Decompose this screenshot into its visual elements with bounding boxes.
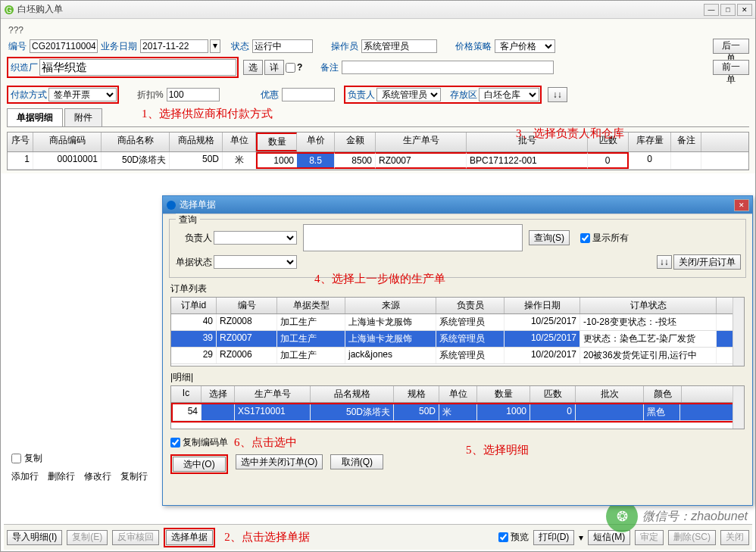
q-label: ? <box>297 62 302 73</box>
d-col-czrq: 操作日期 <box>505 298 580 313</box>
d-djzt-label: 单据状态 <box>174 256 212 269</box>
cfq-select[interactable]: 白坯仓库 <box>479 88 539 101</box>
table-row[interactable]: 1 00010001 50D涤塔夫 50D 米 1000 8.5 8500 RZ… <box>8 152 748 170</box>
dialog-titlebar: 选择单据 ✕ <box>163 196 752 214</box>
fz-button: 复制(E) <box>67 530 108 545</box>
d-query-input[interactable] <box>303 224 523 251</box>
dy-dropdown-icon[interactable]: ▾ <box>579 532 583 543</box>
detail-grid: 序号 商品编码 商品名称 商品规格 单位 数量 单价 金额 生产单号 批号 匹数… <box>7 132 749 170</box>
zk-input[interactable] <box>167 88 220 101</box>
d-cx-button[interactable]: 查询(S) <box>529 230 570 245</box>
col-xh: 序号 <box>8 133 33 151</box>
col-bz: 备注 <box>671 133 701 151</box>
dy-button[interactable]: 打印(D) <box>533 530 575 545</box>
d-fzr-select[interactable] <box>214 231 297 245</box>
jgcl-select[interactable]: 客户价格 <box>495 39 555 53</box>
dc-pmgg: 品名规格 <box>311 386 394 402</box>
xuan-button[interactable]: 选 <box>243 60 263 75</box>
fzr-select[interactable]: 系统管理员 <box>376 88 441 101</box>
zzc-label: 织造厂 <box>9 61 39 74</box>
minimize-button[interactable]: — <box>704 4 719 16</box>
yl-checkbox[interactable] <box>498 532 508 542</box>
bz-input[interactable] <box>342 61 554 74</box>
query-fieldset: 查询 负责人 查询(S) 显示所有 单据状态 ↓↓ 关闭/开启订单 <box>169 219 746 278</box>
fz-checkbox[interactable] <box>11 454 21 463</box>
detail-row-selected[interactable]: 54 XS1710001 50D涤塔夫 50D 米 1000 0 黑色 <box>173 404 742 421</box>
sch-link[interactable]: 删除行 <box>48 470 75 483</box>
col-sl: 数量 <box>256 133 297 151</box>
col-ps: 匹数 <box>588 133 629 151</box>
bh-input[interactable] <box>30 39 98 53</box>
col-ph: 批号 <box>467 133 588 151</box>
maximize-button[interactable]: □ <box>720 4 736 16</box>
main-titlebar: G 白坯购入单 — □ ✕ <box>1 1 755 19</box>
detail-grid2: Ic 选择 生产单号 品名规格 规格 单位 数量 匹数 批次 颜色 54 XS1… <box>170 385 745 429</box>
date-dropdown-icon[interactable]: ▾ <box>210 39 220 53</box>
ywrq-label: 业务日期 <box>99 40 139 53</box>
zt-input[interactable] <box>252 39 313 53</box>
d-col-djlx: 单据类型 <box>277 298 345 313</box>
d-showall-label: 显示所有 <box>592 232 629 245</box>
order-row[interactable]: 29 RZ0006 加工生产 jack&jones 系统管理员 10/20/20… <box>171 348 744 364</box>
ywrq-input[interactable] <box>140 39 208 53</box>
copy-code-label: 复制编码单 <box>183 436 228 449</box>
zzc-input[interactable] <box>39 59 236 76</box>
tab-fj[interactable]: 附件 <box>64 108 102 126</box>
dc-xz: 选择 <box>201 386 235 402</box>
d-closeopen-button[interactable]: 关闭/开启订单 <box>673 254 741 270</box>
fz-label: 复制 <box>24 452 42 465</box>
jgcl-label: 价格策略 <box>454 40 493 53</box>
fzr-label: 负责人 <box>346 89 376 101</box>
d-djzt-select[interactable] <box>214 255 297 269</box>
dc-ic: Ic <box>171 386 201 402</box>
col-spmc: 商品名称 <box>102 133 170 151</box>
zk-label: 折扣% <box>136 89 165 101</box>
dialog-close-button[interactable]: ✕ <box>734 199 749 211</box>
col-je: 金额 <box>335 133 376 151</box>
order-row-selected[interactable]: 39 RZ0007 加工生产 上海迪卡龙服饰 系统管理员 10/25/2017 … <box>171 331 744 348</box>
d-arrows-button[interactable]: ↓↓ <box>657 255 672 269</box>
czy-input[interactable] <box>361 39 437 53</box>
d-col-ddid: 订单id <box>171 298 217 313</box>
xzdj-button[interactable]: 选择单据 <box>166 530 213 545</box>
dc-gg: 规格 <box>394 386 439 402</box>
close-button[interactable]: ✕ <box>737 4 752 16</box>
dc-dw: 单位 <box>439 386 477 402</box>
tjh-link[interactable]: 添加行 <box>11 470 39 483</box>
d-showall-checkbox[interactable] <box>580 233 590 243</box>
dialog-icon <box>166 200 177 211</box>
order-grid: 订单id 编号 单据类型 来源 负责员 操作日期 订单状态 40 RZ0008 … <box>170 297 745 366</box>
bz-label: 备注 <box>319 61 340 74</box>
arrows-button[interactable]: ↓↓ <box>548 87 567 102</box>
order-scrollbar[interactable] <box>733 298 744 366</box>
yh-label: 优惠 <box>259 89 280 101</box>
dialog-title: 选择单据 <box>180 198 734 211</box>
col-spbm: 商品编码 <box>33 133 102 151</box>
fzh-link[interactable]: 复制行 <box>120 470 148 483</box>
qx-button[interactable]: 取消(Q) <box>330 454 383 469</box>
detail-scrollbar[interactable] <box>733 386 744 429</box>
xiang-button[interactable]: 详 <box>264 60 284 75</box>
xzgb-button[interactable]: 选中并关闭订单(O) <box>236 454 323 469</box>
qianyidan-button[interactable]: 前一单 <box>713 60 749 75</box>
yh-input[interactable] <box>282 88 335 101</box>
houyidan-button[interactable]: 后一单 <box>713 39 749 54</box>
dc-ps: 匹数 <box>530 386 576 402</box>
xz-button[interactable]: 选中(O) <box>173 457 226 472</box>
app-icon: G <box>4 5 14 15</box>
tab-djmx[interactable]: 单据明细 <box>7 108 63 126</box>
zt-label: 状态 <box>230 40 251 53</box>
czy-label: 操作员 <box>330 40 360 53</box>
drmx-button[interactable]: 导入明细(I) <box>7 530 62 545</box>
xgh-link[interactable]: 修改行 <box>84 470 111 483</box>
col-scdh: 生产单号 <box>376 133 467 151</box>
copy-code-checkbox[interactable] <box>170 438 180 448</box>
order-row[interactable]: 40 RZ0008 加工生产 上海迪卡龙服饰 系统管理员 10/25/2017 … <box>171 314 744 331</box>
unknown-label: ??? <box>7 22 749 39</box>
annotation-2: 2、点击选择单据 <box>224 530 310 544</box>
fkfs-select[interactable]: 签单开票 <box>48 88 117 101</box>
d-col-bh: 编号 <box>217 298 277 313</box>
d-fzr-label: 负责人 <box>174 232 212 245</box>
q-checkbox[interactable] <box>286 63 295 73</box>
d-col-ddzt: 订单状态 <box>580 298 717 313</box>
